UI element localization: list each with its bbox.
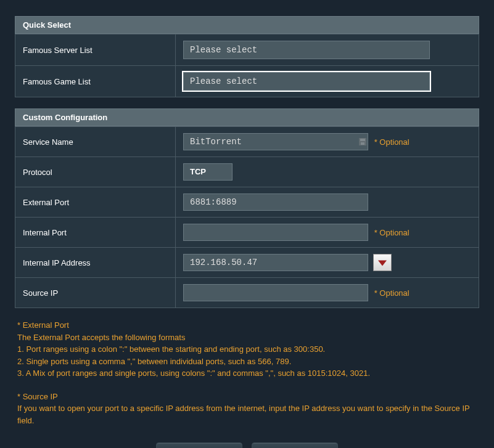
internal-ip-label: Internal IP Address xyxy=(15,248,176,278)
help-src-body: If you want to open your port to a speci… xyxy=(17,402,477,426)
quick-select-table: Famous Server List Please select Famous … xyxy=(15,34,479,97)
quick-select-header: Quick Select xyxy=(15,16,479,34)
save-icon xyxy=(358,137,368,147)
internal-ip-dropdown-button[interactable] xyxy=(373,254,392,271)
help-ext-line2: 2. Single ports using a comma "," betwee… xyxy=(17,356,477,368)
service-name-label: Service Name xyxy=(15,127,176,157)
service-name-input[interactable] xyxy=(184,137,356,147)
internal-port-input[interactable] xyxy=(183,224,368,241)
help-ext-intro: The External Port accepts the following … xyxy=(17,332,477,344)
internal-port-label: Internal Port xyxy=(15,218,176,248)
source-ip-input[interactable] xyxy=(183,284,368,301)
protocol-label: Protocol xyxy=(15,157,176,187)
help-ext-title: * External Port xyxy=(17,319,477,332)
service-name-optional: * Optional xyxy=(374,137,410,147)
cancel-button[interactable]: Cancel xyxy=(156,442,242,448)
help-ext-line3: 3. A Mix of port ranges and single ports… xyxy=(17,367,477,380)
help-text: * External Port The External Port accept… xyxy=(17,319,477,426)
external-port-label: External Port xyxy=(15,187,176,218)
custom-config-table: Service Name * Optional Protocol TCP Ext… xyxy=(15,126,479,308)
famous-game-list-select[interactable]: Please select xyxy=(183,72,430,91)
help-ext-line1: 1. Port ranges using a colon ":" between… xyxy=(17,343,477,356)
button-row: Cancel OK xyxy=(15,442,479,448)
source-ip-optional: * Optional xyxy=(374,288,410,298)
ok-button[interactable]: OK xyxy=(252,442,338,448)
external-port-input[interactable] xyxy=(183,193,368,211)
help-src-title: * Source IP xyxy=(17,391,477,403)
famous-server-list-select[interactable]: Please select xyxy=(183,41,430,59)
protocol-select[interactable]: TCP xyxy=(183,163,233,181)
famous-game-list-label: Famous Game List xyxy=(15,66,176,97)
svg-rect-1 xyxy=(360,139,365,141)
custom-config-header: Custom Configuration xyxy=(15,108,479,126)
internal-port-optional: * Optional xyxy=(374,228,410,237)
source-ip-label: Source IP xyxy=(15,278,176,308)
svg-rect-2 xyxy=(361,142,364,145)
internal-ip-input[interactable] xyxy=(183,254,368,271)
service-name-wrap xyxy=(183,133,368,150)
famous-server-list-label: Famous Server List xyxy=(15,35,176,66)
